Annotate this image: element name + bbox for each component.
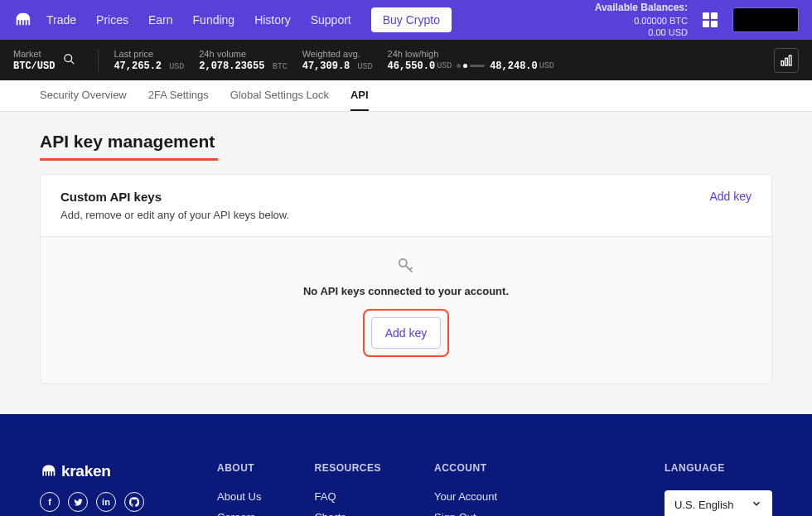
nav-history[interactable]: History bbox=[254, 13, 291, 27]
range-cell: 24h low/high 46,550.0 USD 48,248.0 USD bbox=[388, 49, 554, 72]
footer-link-careers[interactable]: Careers bbox=[217, 511, 261, 516]
volume-cell: 24h volume 2,078.23655 BTC bbox=[199, 49, 287, 72]
nav-trade[interactable]: Trade bbox=[46, 13, 76, 27]
top-navbar: Trade Prices Earn Funding History Suppor… bbox=[0, 0, 812, 40]
nav-funding[interactable]: Funding bbox=[193, 13, 235, 27]
footer-link-your-account[interactable]: Your Account bbox=[434, 490, 497, 503]
nav-earn[interactable]: Earn bbox=[148, 13, 173, 27]
available-balances: Available Balances: 0.00000 BTC 0.00 USD bbox=[595, 2, 688, 38]
facebook-icon[interactable]: f bbox=[40, 492, 60, 512]
linkedin-icon[interactable]: in bbox=[96, 492, 116, 512]
footer-link-charts[interactable]: Charts bbox=[314, 511, 381, 516]
footer-about-title: ABOUT bbox=[217, 462, 261, 474]
tab-2fa-settings[interactable]: 2FA Settings bbox=[148, 89, 209, 111]
market-pair-cell[interactable]: Market BTC/USD bbox=[13, 49, 55, 72]
main-content: API key management Custom API keys Add, … bbox=[0, 112, 812, 414]
empty-state-text: No API keys connected to your account. bbox=[41, 285, 771, 297]
tab-security-overview[interactable]: Security Overview bbox=[40, 89, 127, 111]
github-icon[interactable] bbox=[124, 492, 144, 512]
footer-link-sign-out[interactable]: Sign Out bbox=[434, 511, 497, 516]
language-select[interactable]: U.S. English bbox=[665, 490, 772, 516]
language-value: U.S. English bbox=[674, 499, 734, 511]
wavg-cell: Weighted avg. 47,309.8 USD bbox=[302, 49, 373, 72]
kraken-logo-icon[interactable] bbox=[13, 11, 31, 29]
svg-line-7 bbox=[410, 268, 413, 270]
card-title: Custom API keys bbox=[60, 190, 289, 204]
api-keys-card: Custom API keys Add, remove or edit any … bbox=[40, 174, 772, 384]
market-pair-label: Market bbox=[13, 49, 55, 59]
svg-point-0 bbox=[65, 54, 72, 61]
svg-rect-2 bbox=[781, 60, 784, 65]
card-subtitle: Add, remove or edit any of your API keys… bbox=[60, 209, 289, 221]
footer-account-title: ACCOUNT bbox=[434, 462, 497, 474]
tab-api[interactable]: API bbox=[350, 89, 369, 111]
apps-grid-icon[interactable] bbox=[703, 12, 718, 27]
footer-link-about-us[interactable]: About Us bbox=[217, 490, 261, 503]
tab-global-lock[interactable]: Global Settings Lock bbox=[230, 89, 329, 111]
footer-resources-title: RESOURCES bbox=[314, 462, 381, 474]
svg-rect-3 bbox=[785, 58, 788, 65]
key-icon bbox=[397, 257, 415, 278]
range-slider-icon bbox=[457, 64, 485, 68]
nav-links: Trade Prices Earn Funding History Suppor… bbox=[46, 13, 351, 27]
balances-label: Available Balances: bbox=[595, 2, 688, 15]
nav-support[interactable]: Support bbox=[311, 13, 351, 27]
search-icon[interactable] bbox=[55, 53, 83, 68]
add-key-link[interactable]: Add key bbox=[709, 190, 752, 203]
buy-crypto-button[interactable]: Buy Crypto bbox=[371, 7, 452, 32]
chart-icon[interactable] bbox=[774, 48, 799, 73]
footer-language-title: LANGUAGE bbox=[665, 462, 772, 474]
svg-line-1 bbox=[70, 60, 74, 64]
svg-rect-4 bbox=[789, 55, 791, 65]
svg-point-5 bbox=[399, 259, 407, 267]
twitter-icon[interactable] bbox=[68, 492, 88, 512]
settings-subnav: Security Overview 2FA Settings Global Se… bbox=[0, 80, 812, 112]
market-bar: Market BTC/USD Last price 47,265.2 USD 2… bbox=[0, 40, 812, 80]
page-title: API key management bbox=[40, 132, 218, 161]
balance-btc: 0.00000 BTC bbox=[595, 15, 688, 27]
profile-menu[interactable] bbox=[732, 7, 799, 32]
market-pair: BTC/USD bbox=[13, 60, 55, 72]
divider bbox=[98, 49, 99, 72]
site-footer: kraken f in ABOUT About Us Careers Press… bbox=[0, 414, 812, 516]
chevron-down-icon bbox=[751, 498, 762, 512]
last-price-cell: Last price 47,265.2 USD bbox=[114, 49, 184, 72]
add-key-button[interactable]: Add key bbox=[371, 317, 442, 349]
footer-logo[interactable]: kraken bbox=[40, 462, 164, 480]
balance-usd: 0.00 USD bbox=[595, 27, 688, 38]
add-key-highlight: Add key bbox=[363, 309, 450, 357]
footer-link-faq[interactable]: FAQ bbox=[314, 490, 381, 503]
nav-prices[interactable]: Prices bbox=[96, 13, 128, 27]
